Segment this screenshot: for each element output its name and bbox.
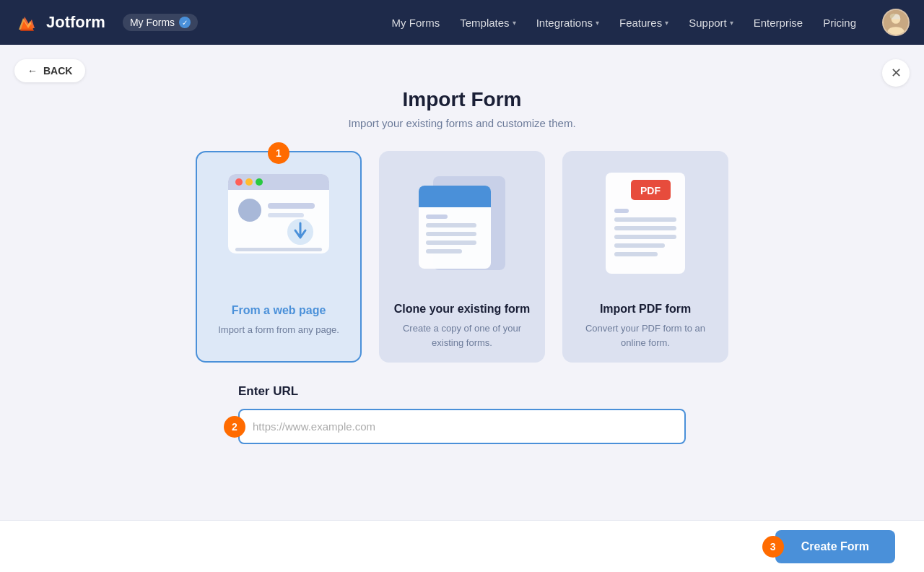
svg-rect-27 [614, 217, 676, 222]
import-card-pdf[interactable]: PDF Import PDF form Convert your PDF for… [562, 151, 728, 363]
nav-links: My Forms Templates ▾ Integrations ▾ Feat… [383, 12, 865, 33]
avatar-image [884, 9, 908, 36]
my-forms-badge-label: My Forms [130, 17, 175, 28]
support-chevron-icon: ▾ [730, 19, 733, 27]
nav-support[interactable]: Support ▾ [680, 12, 742, 33]
nav-integrations[interactable]: Integrations ▾ [528, 12, 608, 33]
clone-card-label: Clone your existing form [379, 295, 545, 318]
import-card-webpage[interactable]: 1 [196, 151, 362, 363]
close-icon: ✕ [891, 65, 902, 81]
url-label: Enter URL [238, 384, 686, 399]
main-content: ← BACK ✕ Import Form Import your existin… [0, 45, 924, 572]
url-input-wrapper: 2 [238, 409, 686, 444]
svg-rect-26 [614, 209, 629, 213]
svg-point-9 [238, 199, 261, 222]
pdf-card-desc: Convert your PDF form to an online form. [562, 318, 728, 363]
svg-rect-5 [228, 184, 329, 190]
nav-pricing[interactable]: Pricing [814, 12, 865, 33]
svg-rect-10 [268, 203, 315, 209]
svg-rect-31 [614, 252, 658, 256]
page-footer: 3 Create Form [0, 520, 924, 572]
svg-rect-21 [426, 240, 476, 245]
templates-chevron-icon: ▾ [513, 19, 516, 27]
clone-card-image [379, 151, 545, 295]
svg-rect-13 [235, 248, 322, 251]
svg-rect-22 [426, 249, 462, 254]
pdf-illustration-svg: PDF [584, 165, 707, 281]
import-card-clone[interactable]: Clone your existing form Create a copy o… [379, 151, 545, 363]
svg-rect-18 [426, 214, 448, 219]
brand-logo[interactable]: Jotform [14, 9, 105, 35]
clone-illustration-svg [401, 165, 523, 281]
svg-rect-30 [614, 243, 665, 248]
url-section: Enter URL 2 [224, 384, 700, 466]
step-badge-2: 2 [224, 416, 245, 438]
svg-rect-11 [268, 213, 304, 217]
svg-rect-19 [426, 223, 476, 228]
svg-text:PDF: PDF [640, 185, 661, 196]
webpage-card-image [197, 152, 360, 297]
webpage-illustration-svg [217, 167, 340, 282]
brand-name: Jotform [46, 13, 105, 32]
svg-point-6 [235, 178, 243, 186]
integrations-chevron-icon: ▾ [596, 19, 599, 27]
back-arrow-icon: ← [27, 65, 38, 77]
page-subtitle: Import your existing forms and customize… [0, 117, 924, 129]
url-input[interactable] [238, 409, 686, 444]
svg-rect-28 [614, 226, 676, 230]
svg-point-8 [256, 178, 263, 186]
svg-rect-17 [419, 202, 491, 207]
nav-templates[interactable]: Templates ▾ [451, 12, 524, 33]
badge-check-icon: ✓ [179, 17, 191, 28]
clone-card-desc: Create a copy of one of your existing fo… [379, 318, 545, 363]
pdf-card-image: PDF [562, 151, 728, 295]
my-forms-badge[interactable]: My Forms ✓ [123, 14, 198, 31]
nav-features[interactable]: Features ▾ [611, 12, 677, 33]
page-header: Import Form Import your existing forms a… [0, 45, 924, 151]
create-form-button[interactable]: Create Form [775, 530, 895, 563]
pdf-card-label: Import PDF form [562, 295, 728, 318]
svg-rect-29 [614, 235, 676, 239]
navbar: Jotform My Forms ✓ My Forms Templates ▾ … [0, 0, 924, 45]
webpage-card-desc: Import a form from any page. [197, 320, 360, 350]
user-avatar[interactable] [882, 9, 910, 36]
webpage-card-label: From a web page [197, 297, 360, 320]
import-options-row: 1 [0, 151, 924, 384]
back-button[interactable]: ← BACK [14, 59, 85, 82]
svg-rect-20 [426, 232, 476, 236]
back-button-label: BACK [43, 65, 72, 77]
nav-enterprise[interactable]: Enterprise [745, 12, 811, 33]
page-title: Import Form [0, 88, 924, 111]
create-form-wrapper: 3 Create Form [775, 530, 895, 563]
nav-my-forms[interactable]: My Forms [383, 12, 449, 33]
features-chevron-icon: ▾ [665, 19, 668, 27]
close-button[interactable]: ✕ [882, 59, 910, 87]
svg-point-7 [245, 178, 253, 186]
jotform-logo-icon [14, 9, 40, 35]
step-badge-1: 1 [268, 142, 289, 164]
step-badge-3: 3 [762, 536, 784, 558]
